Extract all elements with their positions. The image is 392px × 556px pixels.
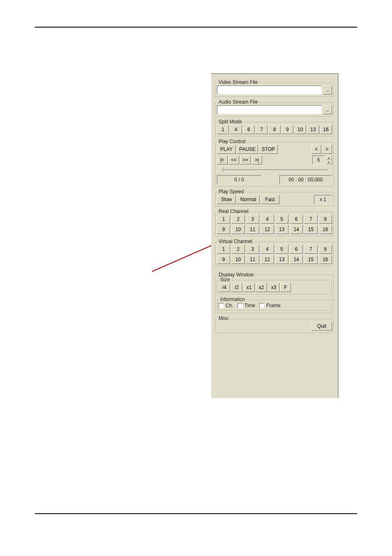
playback-slider[interactable] xyxy=(218,167,331,173)
split-mode-legend: Split Mode xyxy=(217,119,243,125)
virt-ch-9[interactable]: 9 xyxy=(217,255,230,264)
real-ch-1[interactable]: 1 xyxy=(217,215,230,224)
virt-ch-13[interactable]: 13 xyxy=(275,255,288,264)
size-x1[interactable]: x1 xyxy=(243,283,255,292)
checkbox-box-icon xyxy=(259,303,265,308)
virtual-channel-legend: Virtual Channel xyxy=(217,239,254,244)
virt-ch-1[interactable]: 1 xyxy=(217,245,230,254)
virt-ch-12[interactable]: 12 xyxy=(261,255,274,264)
video-stream-file-input[interactable] xyxy=(217,86,322,95)
virt-ch-11[interactable]: 11 xyxy=(246,255,259,264)
real-ch-10[interactable]: 10 xyxy=(231,225,244,234)
slider-rail xyxy=(221,169,328,171)
split-mode-group: Split Mode 1 4 6 7 8 9 10 13 16 xyxy=(215,119,334,137)
real-channel-group: Real Channel 1 2 3 4 5 6 7 8 9 10 11 12 … xyxy=(215,209,334,236)
virt-ch-4[interactable]: 4 xyxy=(261,245,274,254)
audio-stream-file-input[interactable] xyxy=(217,105,322,114)
speed-display: x 1 xyxy=(314,195,332,204)
real-ch-11[interactable]: 11 xyxy=(246,225,259,234)
size-quarter[interactable]: /4 xyxy=(219,283,230,292)
audio-stream-file-browse-button[interactable]: .. xyxy=(323,105,332,114)
real-ch-14[interactable]: 14 xyxy=(290,225,303,234)
split-mode-6[interactable]: 6 xyxy=(243,125,255,134)
size-half[interactable]: /2 xyxy=(231,283,242,292)
video-stream-file-legend: Video Stream File xyxy=(217,79,259,85)
speed-fast-button[interactable]: Fast xyxy=(261,195,279,204)
virt-ch-7[interactable]: 7 xyxy=(304,245,317,254)
speed-slow-button[interactable]: Slow xyxy=(217,195,236,204)
frame-counter: 0 / 0 xyxy=(217,175,261,184)
step-up-icon[interactable]: ▴ xyxy=(325,155,332,160)
information-legend: Information xyxy=(219,297,246,302)
real-ch-8[interactable]: 8 xyxy=(319,215,332,224)
virt-ch-3[interactable]: 3 xyxy=(246,245,259,254)
virt-ch-8[interactable]: 8 xyxy=(319,245,332,254)
stop-button[interactable]: STOP xyxy=(259,145,278,154)
play-speed-legend: Play Speed xyxy=(217,189,245,195)
step-spinner[interactable]: ▴ ▾ xyxy=(325,155,332,164)
real-ch-13[interactable]: 13 xyxy=(275,225,288,234)
video-stream-file-browse-button[interactable]: .. xyxy=(323,86,332,95)
split-mode-10[interactable]: 10 xyxy=(294,125,306,134)
svg-line-0 xyxy=(152,242,220,271)
info-frame-checkbox[interactable]: Frame xyxy=(259,303,281,308)
real-ch-2[interactable]: 2 xyxy=(231,215,244,224)
display-window-group: Display Window Size /4 /2 x1 x2 x3 F Inf… xyxy=(215,272,334,313)
split-mode-7[interactable]: 7 xyxy=(256,125,267,134)
real-ch-7[interactable]: 7 xyxy=(304,215,317,224)
split-mode-1[interactable]: 1 xyxy=(217,125,229,134)
prev-button[interactable]: < xyxy=(311,145,321,154)
last-button[interactable]: >| xyxy=(251,155,262,164)
real-ch-5[interactable]: 5 xyxy=(275,215,288,224)
real-ch-4[interactable]: 4 xyxy=(261,215,274,224)
size-x3[interactable]: x3 xyxy=(268,283,279,292)
info-ch-checkbox[interactable]: Ch. xyxy=(219,303,233,308)
size-full[interactable]: F xyxy=(280,283,291,292)
misc-legend: Misc xyxy=(217,315,230,321)
info-time-label: Time xyxy=(244,303,255,308)
quit-button[interactable]: Quit xyxy=(311,322,332,331)
page-top-rule xyxy=(35,27,357,28)
speed-normal-button[interactable]: Normal xyxy=(237,195,260,204)
checkbox-box-icon xyxy=(238,303,243,308)
size-x2[interactable]: x2 xyxy=(256,283,267,292)
audio-stream-file-group: Audio Stream File .. xyxy=(215,100,334,117)
virt-ch-16[interactable]: 16 xyxy=(319,255,332,264)
page-bottom-rule xyxy=(35,513,357,514)
virt-ch-15[interactable]: 15 xyxy=(304,255,317,264)
play-button[interactable]: PLAY xyxy=(217,145,236,154)
virt-ch-10[interactable]: 10 xyxy=(231,255,244,264)
split-mode-8[interactable]: 8 xyxy=(268,125,280,134)
step-down-icon[interactable]: ▾ xyxy=(325,160,332,164)
rewind-button[interactable]: << xyxy=(228,155,239,164)
real-channel-legend: Real Channel xyxy=(217,208,250,214)
virt-ch-14[interactable]: 14 xyxy=(290,255,303,264)
split-mode-4[interactable]: 4 xyxy=(230,125,242,134)
real-ch-15[interactable]: 15 xyxy=(304,225,317,234)
info-frame-label: Frame xyxy=(266,303,281,308)
forward-button[interactable]: >> xyxy=(240,155,251,164)
real-ch-9[interactable]: 9 xyxy=(217,225,230,234)
control-panel: Video Stream File .. Audio Stream File .… xyxy=(211,73,339,398)
timecode: 00 : 00 : 00.000 xyxy=(279,175,332,184)
real-ch-12[interactable]: 12 xyxy=(261,225,274,234)
real-ch-16[interactable]: 16 xyxy=(319,225,332,234)
step-value: 5 xyxy=(312,155,325,164)
split-mode-9[interactable]: 9 xyxy=(281,125,293,134)
real-ch-3[interactable]: 3 xyxy=(246,215,259,224)
slider-thumb-icon[interactable] xyxy=(219,167,223,174)
first-button[interactable]: |< xyxy=(217,155,228,164)
virt-ch-5[interactable]: 5 xyxy=(275,245,288,254)
virtual-channel-group: Virtual Channel 1 2 3 4 5 6 7 8 9 10 11 … xyxy=(215,239,334,266)
info-time-checkbox[interactable]: Time xyxy=(238,303,255,308)
next-button[interactable]: > xyxy=(322,145,332,154)
real-ch-6[interactable]: 6 xyxy=(290,215,303,224)
split-mode-13[interactable]: 13 xyxy=(307,125,319,134)
virt-ch-6[interactable]: 6 xyxy=(290,245,303,254)
play-control-legend: Play Control xyxy=(217,139,247,144)
split-mode-16[interactable]: 16 xyxy=(320,125,332,134)
pause-button[interactable]: PAUSE xyxy=(237,145,258,154)
play-speed-group: Play Speed Slow Normal Fast x 1 xyxy=(215,189,334,206)
information-group: Information Ch. Time Frame xyxy=(217,297,332,311)
virt-ch-2[interactable]: 2 xyxy=(231,245,244,254)
